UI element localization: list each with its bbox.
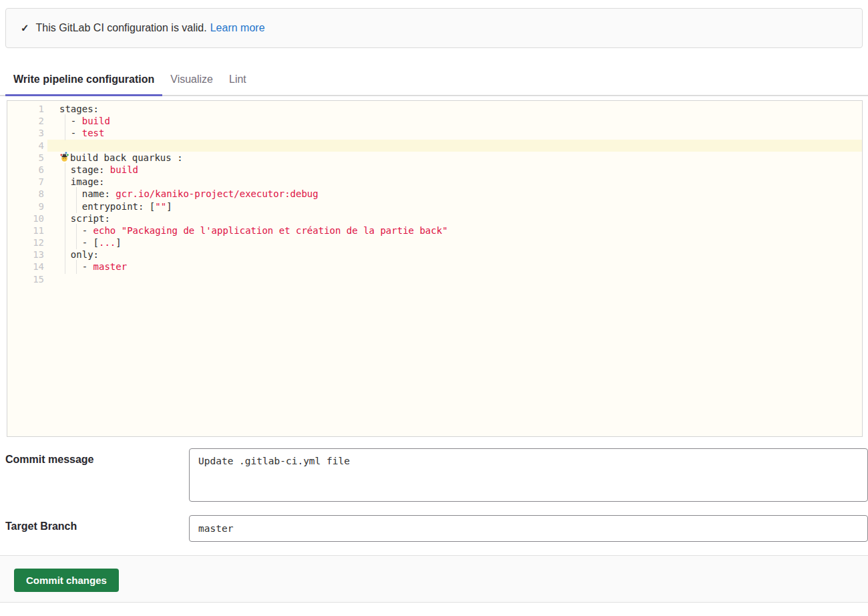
indent-guide <box>65 163 65 176</box>
code-line-1: 1stages: <box>7 103 862 115</box>
code-line-3: 3 - test <box>7 127 862 139</box>
line-number: 1 <box>7 103 44 115</box>
commit-message-row: Commit message Update .gitlab-ci.yml fil… <box>0 448 868 502</box>
line-number: 5 <box>7 152 44 164</box>
line-number: 15 <box>7 273 44 285</box>
line-number: 11 <box>7 224 44 237</box>
indent-guide <box>65 175 65 188</box>
commit-message-input[interactable]: Update .gitlab-ci.yml file <box>189 448 868 502</box>
commit-message-label: Commit message <box>5 448 189 502</box>
indent-guide <box>76 224 77 237</box>
ci-valid-message: This GitLab CI configuration is valid. <box>36 22 207 34</box>
target-branch-row: Target Branch <box>0 515 868 542</box>
line-number: 14 <box>7 261 44 273</box>
code-line-7: 7 image: <box>7 176 862 188</box>
code-line-14: 14 - master <box>7 261 862 273</box>
pipeline-editor-tabs: Write pipeline configurationVisualizeLin… <box>0 64 868 96</box>
code-line-8: 8 name: gcr.io/kaniko-project/executor:d… <box>7 188 862 200</box>
indent-guide <box>76 260 77 273</box>
line-number: 12 <box>7 237 44 249</box>
code-line-12: 12 - [...] <box>7 237 862 249</box>
line-number: 13 <box>7 249 44 261</box>
line-number: 2 <box>7 115 44 127</box>
tab-write[interactable]: Write pipeline configuration <box>5 64 162 96</box>
yaml-code-editor[interactable]: 1stages:2 - build3 - test45build back qu… <box>7 100 863 437</box>
indent-guide <box>65 114 65 128</box>
ci-valid-banner: ✓ This GitLab CI configuration is valid.… <box>5 8 863 48</box>
code-line-15: 15 <box>7 273 862 285</box>
code-line-6: 6 stage: build <box>7 164 862 176</box>
tab-visualize[interactable]: Visualize <box>162 64 221 96</box>
code-line-4: 4 <box>7 140 862 152</box>
juggler-emoji-icon <box>59 152 69 162</box>
learn-more-link[interactable]: Learn more <box>210 22 265 34</box>
code-line-9: 9 entrypoint: [""] <box>7 200 862 212</box>
indent-guide <box>76 236 77 249</box>
line-number: 4 <box>7 140 44 152</box>
indent-guide <box>65 248 65 261</box>
target-branch-label: Target Branch <box>5 515 189 542</box>
code-line-5: 5build back quarkus : <box>7 152 862 164</box>
indent-guide <box>65 200 65 213</box>
code-line-13: 13 only: <box>7 249 862 261</box>
indent-guide <box>65 224 65 237</box>
code-line-2: 2 - build <box>7 115 862 127</box>
indent-guide <box>65 212 65 225</box>
indent-guide <box>65 126 65 140</box>
code-line-11: 11 - echo "Packaging de l'application et… <box>7 224 862 237</box>
target-branch-input[interactable] <box>189 515 868 542</box>
check-icon: ✓ <box>21 22 29 34</box>
line-number: 6 <box>7 164 44 176</box>
indent-guide <box>65 236 65 249</box>
indent-guide <box>76 187 77 200</box>
line-number: 8 <box>7 188 44 200</box>
indent-guide <box>65 187 65 200</box>
indent-guide <box>65 260 65 273</box>
line-number: 9 <box>7 200 44 212</box>
line-number: 10 <box>7 212 44 224</box>
commit-action-bar: Commit changes <box>0 555 868 603</box>
commit-changes-button[interactable]: Commit changes <box>14 569 119 592</box>
line-number: 3 <box>7 127 44 139</box>
indent-guide <box>76 200 77 213</box>
tab-lint[interactable]: Lint <box>221 64 254 96</box>
line-number: 7 <box>7 176 44 188</box>
code-line-10: 10 script: <box>7 212 862 224</box>
